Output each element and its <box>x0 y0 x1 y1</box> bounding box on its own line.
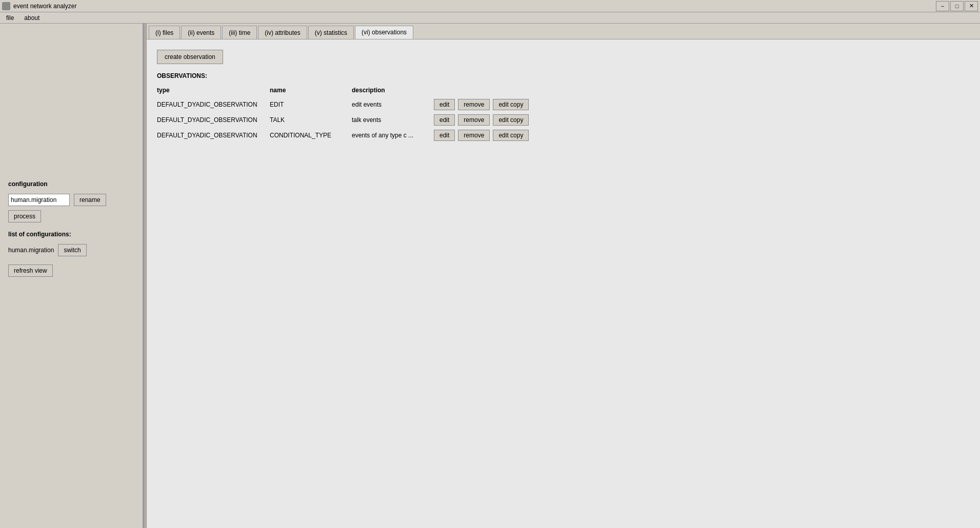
list-item-text: human.migration <box>8 247 54 254</box>
sidebar: configuration rename process list of con… <box>0 24 144 528</box>
maximize-button[interactable]: □ <box>950 1 964 11</box>
configuration-label: configuration <box>8 180 134 188</box>
obs-name: CONDITIONAL_TYPE <box>270 128 352 143</box>
observations-label: OBSERVATIONS: <box>157 72 970 79</box>
content-area: create observation OBSERVATIONS: type na… <box>147 39 980 528</box>
remove-button[interactable]: remove <box>458 130 490 141</box>
minimize-button[interactable]: − <box>936 1 949 11</box>
col-header-type: type <box>157 86 270 97</box>
observations-table: type name description DEFAULT_DYADIC_OBS… <box>157 86 535 143</box>
action-buttons: edit remove edit copy <box>434 99 529 110</box>
remove-button[interactable]: remove <box>458 99 490 110</box>
table-row: DEFAULT_DYADIC_OBSERVATION CONDITIONAL_T… <box>157 128 535 143</box>
obs-description: events of any type c ... <box>352 128 434 143</box>
col-header-name: name <box>270 86 352 97</box>
menu-about[interactable]: about <box>22 14 42 22</box>
close-button[interactable]: ✕ <box>965 1 978 11</box>
action-buttons: edit remove edit copy <box>434 114 529 126</box>
obs-description: talk events <box>352 112 434 128</box>
list-label: list of configurations: <box>8 231 134 238</box>
obs-actions: edit remove edit copy <box>434 97 535 112</box>
obs-name: TALK <box>270 112 352 128</box>
remove-button[interactable]: remove <box>458 114 490 126</box>
edit-copy-button[interactable]: edit copy <box>493 99 529 110</box>
obs-name: EDIT <box>270 97 352 112</box>
edit-button[interactable]: edit <box>434 99 455 110</box>
action-buttons: edit remove edit copy <box>434 130 529 141</box>
col-header-description: description <box>352 86 434 97</box>
edit-copy-button[interactable]: edit copy <box>493 130 529 141</box>
rename-button[interactable]: rename <box>74 194 106 206</box>
obs-type: DEFAULT_DYADIC_OBSERVATION <box>157 97 270 112</box>
table-row: DEFAULT_DYADIC_OBSERVATION EDIT edit eve… <box>157 97 535 112</box>
edit-copy-button[interactable]: edit copy <box>493 114 529 126</box>
tab-files[interactable]: (i) files <box>149 26 180 39</box>
tab-time[interactable]: (iii) time <box>222 26 257 39</box>
menu-bar: file about <box>0 12 980 24</box>
table-row: DEFAULT_DYADIC_OBSERVATION TALK talk eve… <box>157 112 535 128</box>
edit-button[interactable]: edit <box>434 130 455 141</box>
obs-actions: edit remove edit copy <box>434 112 535 128</box>
tab-observations[interactable]: (vi) observations <box>355 26 413 39</box>
tab-statistics[interactable]: (v) statistics <box>308 26 354 39</box>
list-item-row: human.migration switch <box>8 244 134 256</box>
create-observation-button[interactable]: create observation <box>157 50 223 64</box>
main-content: (i) files (ii) events (iii) time (iv) at… <box>147 24 980 528</box>
title-bar-left: event network analyzer <box>2 2 76 10</box>
tabs: (i) files (ii) events (iii) time (iv) at… <box>147 24 980 39</box>
config-input-row: rename <box>8 194 134 206</box>
switch-button[interactable]: switch <box>58 244 86 256</box>
app-icon <box>2 2 10 10</box>
tab-events[interactable]: (ii) events <box>181 26 221 39</box>
app-title: event network analyzer <box>13 3 76 10</box>
title-bar: event network analyzer − □ ✕ <box>0 0 980 12</box>
obs-actions: edit remove edit copy <box>434 128 535 143</box>
tab-attributes[interactable]: (iv) attributes <box>258 26 307 39</box>
menu-file[interactable]: file <box>4 14 16 22</box>
edit-button[interactable]: edit <box>434 114 455 126</box>
col-header-actions <box>434 86 535 97</box>
config-name-input[interactable] <box>8 194 70 206</box>
obs-type: DEFAULT_DYADIC_OBSERVATION <box>157 128 270 143</box>
process-button[interactable]: process <box>8 210 41 222</box>
obs-description: edit events <box>352 97 434 112</box>
app-body: configuration rename process list of con… <box>0 24 980 528</box>
obs-type: DEFAULT_DYADIC_OBSERVATION <box>157 112 270 128</box>
refresh-view-button[interactable]: refresh view <box>8 265 53 277</box>
title-bar-controls: − □ ✕ <box>936 1 978 11</box>
